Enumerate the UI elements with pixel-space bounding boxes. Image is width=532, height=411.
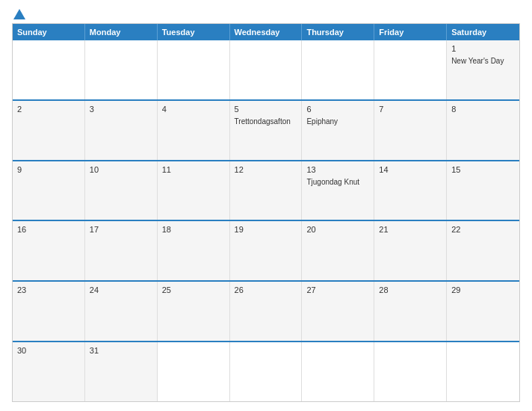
- calendar-cell: [13, 40, 85, 99]
- calendar-cell: [374, 342, 447, 401]
- calendar-cell: 23: [13, 282, 85, 341]
- logo-triangle-icon: [13, 9, 25, 19]
- calendar-cell: 11: [158, 161, 230, 220]
- calendar-cell: 20: [302, 221, 374, 280]
- calendar-week-1: 1New Year's Day: [13, 40, 519, 99]
- calendar-cell: 9: [13, 161, 85, 220]
- calendar-cell: 17: [85, 221, 158, 280]
- calendar-cell: 26: [230, 282, 303, 341]
- day-number: 11: [162, 164, 225, 176]
- calendar-cell: [230, 342, 303, 401]
- calendar-cell: 7: [374, 101, 447, 160]
- calendar-cell: 15: [447, 161, 519, 220]
- day-number: 15: [451, 164, 515, 176]
- day-number: 7: [379, 104, 442, 115]
- day-number: 9: [17, 164, 80, 176]
- header-thursday: Thursday: [302, 24, 374, 40]
- logo: [12, 9, 25, 20]
- calendar-cell: [374, 40, 447, 99]
- calendar-cell: 27: [302, 282, 374, 341]
- calendar-cell: 24: [85, 282, 158, 341]
- day-number: 16: [17, 224, 80, 235]
- calendar-cell: 3: [85, 101, 158, 160]
- calendar-cell: 18: [158, 221, 230, 280]
- day-number: 23: [17, 285, 80, 296]
- calendar-cell: [158, 40, 230, 99]
- calendar-body: 1New Year's Day2345Trettondagsafton6Epip…: [13, 40, 519, 401]
- day-number: 29: [451, 285, 515, 296]
- calendar-cell: 4: [158, 101, 230, 160]
- calendar-cell: [158, 342, 230, 401]
- header-sunday: Sunday: [13, 24, 85, 40]
- calendar-cell: 10: [85, 161, 158, 220]
- day-number: 8: [451, 104, 515, 115]
- calendar-cell: 19: [230, 221, 303, 280]
- day-number: 13: [306, 164, 369, 176]
- calendar-cell: 25: [158, 282, 230, 341]
- day-number: 19: [235, 224, 297, 235]
- header-friday: Friday: [374, 24, 447, 40]
- calendar-week-6: 3031: [13, 341, 519, 401]
- calendar-week-4: 16171819202122: [13, 220, 519, 280]
- calendar-cell: 13Tjugondag Knut: [302, 161, 374, 220]
- calendar-page: Sunday Monday Tuesday Wednesday Thursday…: [0, 0, 532, 411]
- calendar-cell: [302, 342, 374, 401]
- header-saturday: Saturday: [447, 24, 519, 40]
- calendar-week-5: 23242526272829: [13, 280, 519, 341]
- day-number: 14: [379, 164, 442, 176]
- day-number: 6: [306, 104, 369, 115]
- calendar-cell: 22: [447, 221, 519, 280]
- calendar-cell: 5Trettondagsafton: [230, 101, 303, 160]
- day-number: 31: [90, 345, 152, 356]
- page-header: [12, 9, 520, 20]
- calendar-cell: 12: [230, 161, 303, 220]
- day-number: 18: [162, 224, 225, 235]
- calendar-cell: [447, 342, 519, 401]
- calendar-cell: 31: [85, 342, 158, 401]
- header-monday: Monday: [85, 24, 158, 40]
- day-number: 27: [306, 285, 369, 296]
- calendar-cell: 2: [13, 101, 85, 160]
- calendar-cell: 28: [374, 282, 447, 341]
- day-number: 17: [90, 224, 152, 235]
- day-number: 12: [235, 164, 297, 176]
- day-number: 30: [17, 345, 80, 356]
- calendar-cell: 1New Year's Day: [447, 40, 519, 99]
- calendar-cell: 6Epiphany: [302, 101, 374, 160]
- calendar-week-2: 2345Trettondagsafton6Epiphany78: [13, 99, 519, 160]
- day-event: Tjugondag Knut: [306, 177, 369, 187]
- day-number: 4: [162, 104, 225, 115]
- day-number: 25: [162, 285, 225, 296]
- calendar-cell: 16: [13, 221, 85, 280]
- calendar-cell: 8: [447, 101, 519, 160]
- day-number: 26: [235, 285, 297, 296]
- day-number: 1: [451, 43, 515, 55]
- calendar-cell: [85, 40, 158, 99]
- day-number: 20: [306, 224, 369, 235]
- day-number: 28: [379, 285, 442, 296]
- calendar-header-row: Sunday Monday Tuesday Wednesday Thursday…: [13, 24, 519, 40]
- day-number: 24: [90, 285, 152, 296]
- header-wednesday: Wednesday: [230, 24, 303, 40]
- day-event: Epiphany: [306, 117, 369, 126]
- calendar-cell: 14: [374, 161, 447, 220]
- header-tuesday: Tuesday: [158, 24, 230, 40]
- calendar-grid: Sunday Monday Tuesday Wednesday Thursday…: [12, 23, 520, 402]
- day-number: 3: [90, 104, 152, 115]
- calendar-cell: 30: [13, 342, 85, 401]
- calendar-cell: [230, 40, 303, 99]
- calendar-cell: 29: [447, 282, 519, 341]
- calendar-cell: [302, 40, 374, 99]
- day-number: 2: [17, 104, 80, 115]
- calendar-week-3: 910111213Tjugondag Knut1415: [13, 160, 519, 220]
- day-event: New Year's Day: [451, 56, 515, 66]
- day-number: 10: [90, 164, 152, 176]
- day-number: 21: [379, 224, 442, 235]
- day-event: Trettondagsafton: [235, 117, 297, 126]
- day-number: 22: [451, 224, 515, 235]
- day-number: 5: [235, 104, 297, 115]
- calendar-cell: 21: [374, 221, 447, 280]
